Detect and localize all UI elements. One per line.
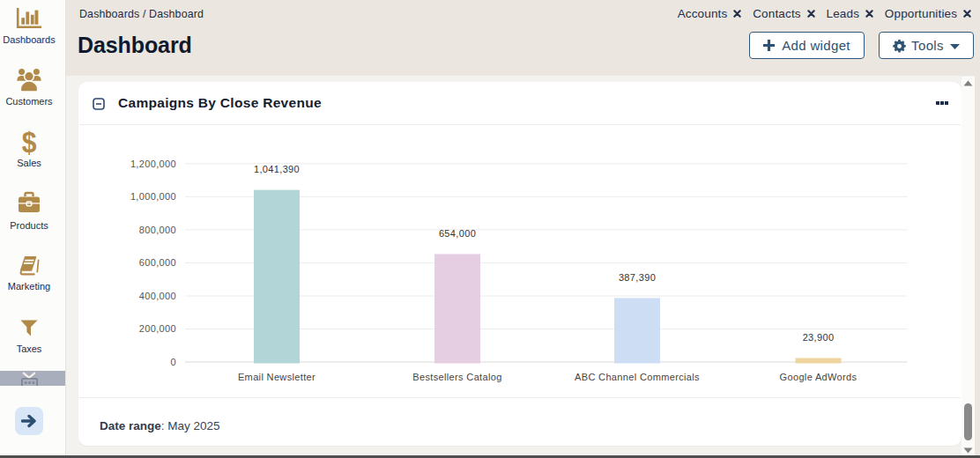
svg-text:400,000: 400,000 bbox=[139, 291, 176, 301]
svg-text:Google AdWords: Google AdWords bbox=[780, 372, 858, 382]
svg-text:1,200,000: 1,200,000 bbox=[130, 159, 176, 169]
svg-text:1,041,390: 1,041,390 bbox=[254, 164, 300, 174]
svg-text:1,000,000: 1,000,000 bbox=[130, 191, 176, 202]
svg-text:600,000: 600,000 bbox=[139, 257, 176, 268]
svg-text:387,390: 387,390 bbox=[619, 272, 656, 283]
svg-text:200,000: 200,000 bbox=[139, 323, 176, 334]
svg-text:Bestsellers Catalog: Bestsellers Catalog bbox=[412, 372, 501, 382]
svg-text:ABC Channel Commercials: ABC Channel Commercials bbox=[575, 372, 700, 382]
svg-text:654,000: 654,000 bbox=[439, 228, 476, 239]
svg-text:Email Newsletter: Email Newsletter bbox=[238, 372, 316, 382]
svg-text:800,000: 800,000 bbox=[139, 225, 176, 235]
svg-text:0: 0 bbox=[171, 357, 176, 367]
svg-text:23,900: 23,900 bbox=[803, 332, 835, 343]
